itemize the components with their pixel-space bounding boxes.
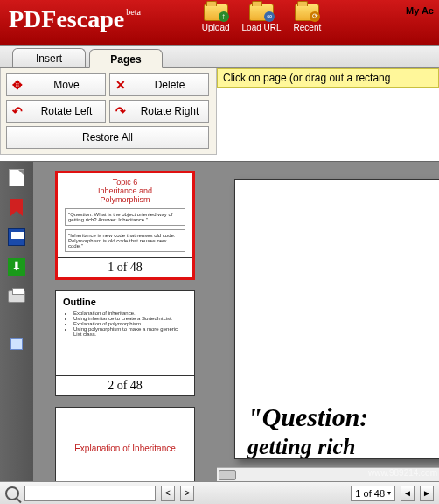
upload-label: Upload [202,23,230,32]
pages-tool-panel: ✥ Move ✕ Delete ↶ Rotate Left ↷ Rotate R… [0,68,217,155]
load-url-label: Load URL [242,23,282,32]
page-text-line2: getting rich [247,434,356,460]
rotate-left-button[interactable]: ↶ Rotate Left [6,100,106,122]
tab-pages[interactable]: Pages [89,49,163,68]
main-area: ⬇ Topic 6 Inheritance and Polymorphism "… [0,161,439,481]
slide-preview: Outline Explanation of inheritance. Usin… [56,291,194,375]
page-prev-button[interactable]: ◄ [401,486,415,501]
thumb-caption: 2 of 48 [56,375,194,396]
recent-label: Recent [294,23,322,32]
slide-title: Explanation of Inheritance [74,444,176,453]
folder-recent-icon: ⟳ [295,4,319,21]
slide-preview: Explanation of Inheritance [56,408,194,481]
page-dropdown-icon[interactable]: ▾ [387,489,391,497]
rotate-right-icon: ↷ [110,104,131,118]
slide-title: Topic 6 Inheritance and Polymorphism [65,178,185,205]
move-button[interactable]: ✥ Move [6,74,106,96]
folder-link-icon: ∞ [249,4,274,21]
rotate-left-label: Rotate Left [28,105,105,117]
app-header: PDFescape beta ↑ Upload ∞ Load URL ⟳ Rec… [0,0,439,46]
slide-box2: "Inheritance is new code that reuses old… [65,229,185,252]
print-icon[interactable] [8,288,25,305]
page-indicator[interactable]: 1 of 48 ▾ [351,486,395,501]
download-icon[interactable]: ⬇ [8,258,25,276]
logo-text: PDFescape [9,5,124,33]
page-text-line1: "Question: [247,402,368,432]
thumbnail-3[interactable]: Explanation of Inheritance 3 of 48 [55,407,195,481]
horizontal-scrollbar[interactable] [217,467,439,481]
thumbnail-2[interactable]: Outline Explanation of inheritance. Usin… [55,290,195,396]
header-buttons: ↑ Upload ∞ Load URL ⟳ Recent [202,4,321,32]
delete-button[interactable]: ✕ Delete [109,74,209,96]
restore-all-button[interactable]: Restore All [6,126,209,149]
folder-upload-icon: ↑ [204,4,228,21]
search-next-button[interactable]: > [180,486,194,501]
bullet: Using polymorphism to make a more generi… [73,326,187,337]
pdf-page[interactable]: "Question: getting rich [234,179,439,459]
scrollbar-thumb[interactable] [219,470,236,480]
app-logo: PDFescape beta [0,0,150,33]
footer-bar: < > 1 of 48 ▾ ◄ ► [0,481,439,504]
page-display: 1 of 48 [355,488,385,499]
recent-button[interactable]: ⟳ Recent [294,4,322,32]
save-icon[interactable] [8,228,25,246]
slide-bullets: Explanation of inheritance. Using inheri… [73,311,187,337]
load-url-button[interactable]: ∞ Load URL [242,4,282,32]
my-account-link[interactable]: My Ac [406,5,434,16]
delete-label: Delete [131,79,208,91]
slide-preview: Topic 6 Inheritance and Polymorphism "Qu… [58,173,192,257]
pages-panel-icon[interactable] [8,169,25,186]
upload-button[interactable]: ↑ Upload [202,4,230,32]
move-icon: ✥ [7,78,28,92]
slide-title: Outline [63,297,187,307]
hint-bar: Click on page (or drag out a rectang [217,68,439,88]
page-preview[interactable]: "Question: getting rich [217,162,439,481]
tab-insert[interactable]: Insert [12,48,86,67]
search-input[interactable] [24,486,156,501]
page-next-button[interactable]: ► [420,486,434,501]
tab-row: Insert Pages [0,46,439,68]
thumbnail-list[interactable]: Topic 6 Inheritance and Polymorphism "Qu… [33,162,217,481]
search-icon[interactable] [5,486,19,500]
slide-box1: "Question: What is the object oriented w… [65,208,185,226]
rotate-right-label: Rotate Right [131,105,208,117]
side-icon-column: ⬇ [0,162,33,481]
restore-all-label: Restore All [7,131,208,144]
logo-badge: beta [126,7,141,17]
search-prev-button[interactable]: < [161,486,175,501]
thumbnail-1[interactable]: Topic 6 Inheritance and Polymorphism "Qu… [55,171,195,280]
bookmark-icon[interactable] [8,199,25,216]
move-label: Move [28,79,105,91]
delete-icon: ✕ [110,78,131,92]
select-icon[interactable] [8,335,25,353]
rotate-right-button[interactable]: ↷ Rotate Right [109,100,209,122]
thumb-caption: 1 of 48 [58,257,192,277]
rotate-left-icon: ↶ [7,104,28,118]
